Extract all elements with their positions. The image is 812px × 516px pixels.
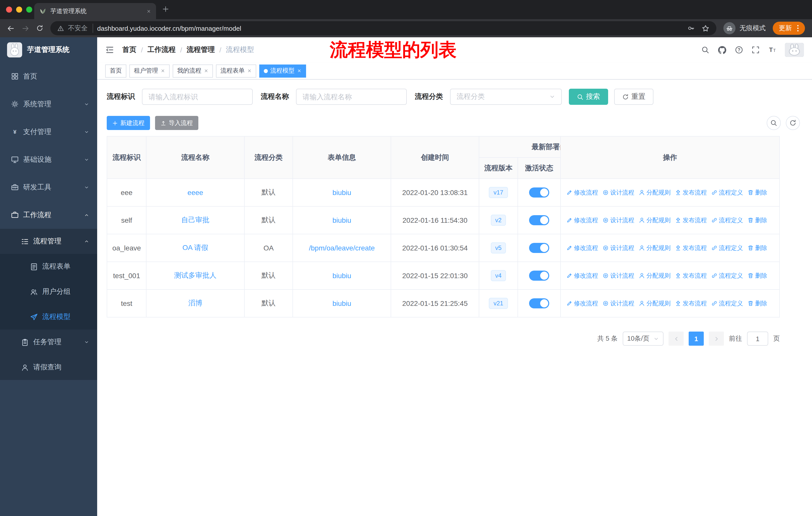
process-name-link[interactable]: eeee (187, 188, 203, 196)
window-zoom-button[interactable] (26, 6, 32, 12)
form-info-link[interactable]: biubiu (332, 188, 351, 196)
active-toggle[interactable] (529, 298, 549, 308)
window-minimize-button[interactable] (16, 6, 22, 12)
op-delete-link[interactable]: 删除 (748, 188, 767, 197)
page-size-select[interactable]: 10条/页 (623, 332, 664, 346)
op-publish-link[interactable]: 发布流程 (675, 299, 707, 308)
active-toggle[interactable] (529, 215, 549, 225)
font-size-icon[interactable]: TT (768, 46, 776, 54)
process-name-link[interactable]: 测试多审批人 (174, 271, 216, 280)
active-toggle[interactable] (529, 187, 549, 197)
process-name-link[interactable]: 自己审批 (181, 216, 209, 225)
process-name-link[interactable]: 滔博 (188, 299, 202, 308)
browser-update-button[interactable]: 更新 (773, 22, 805, 35)
import-process-button[interactable]: 导入流程 (155, 116, 198, 130)
op-delete-link[interactable]: 删除 (748, 216, 767, 224)
reload-icon[interactable] (36, 25, 43, 32)
sidebar-item-user-group[interactable]: 用户分组 (0, 279, 97, 304)
op-assign-link[interactable]: 分配规则 (639, 244, 671, 252)
prev-page-button[interactable] (669, 332, 684, 346)
sidebar-item-payment-mgmt[interactable]: ¥支付管理 (0, 118, 97, 146)
filter-category-select[interactable]: 流程分类 (450, 89, 562, 105)
op-assign-link[interactable]: 分配规则 (639, 299, 671, 308)
sidebar-fold-icon[interactable] (105, 45, 114, 54)
op-publish-link[interactable]: 发布流程 (675, 216, 707, 224)
sidebar-item-process-mgmt[interactable]: 流程管理 (0, 229, 97, 254)
github-icon[interactable] (718, 46, 726, 54)
op-design-link[interactable]: 设计流程 (603, 271, 634, 280)
op-delete-link[interactable]: 删除 (748, 299, 767, 308)
new-tab-button[interactable] (162, 5, 169, 12)
breadcrumb-item[interactable]: 工作流程 (147, 45, 176, 54)
sidebar-item-workflow[interactable]: 工作流程 (0, 201, 97, 229)
op-assign-link[interactable]: 分配规则 (639, 188, 671, 197)
op-edit-link[interactable]: 修改流程 (566, 188, 598, 197)
tag-close-icon[interactable] (204, 69, 208, 73)
form-info-link[interactable]: /bpm/oa/leave/create (309, 244, 375, 252)
refresh-table-button[interactable] (786, 116, 800, 130)
op-definition-link[interactable]: 流程定义 (711, 299, 743, 308)
tag-close-icon[interactable] (161, 69, 165, 73)
op-assign-link[interactable]: 分配规则 (639, 216, 671, 224)
sidebar-item-system-mgmt[interactable]: 系统管理 (0, 90, 97, 118)
op-delete-link[interactable]: 删除 (748, 244, 767, 252)
tag-process-model[interactable]: 流程模型 (259, 64, 306, 77)
window-close-button[interactable] (6, 6, 12, 12)
sidebar-logo[interactable]: 芋道管理系统 (0, 37, 97, 62)
reset-button[interactable]: 重置 (614, 89, 654, 105)
tag-close-icon[interactable] (247, 69, 252, 73)
tag-process-form[interactable]: 流程表单 (216, 64, 256, 77)
search-button[interactable]: 搜索 (569, 89, 608, 105)
process-name-link[interactable]: OA 请假 (182, 243, 208, 252)
sidebar-item-infrastructure[interactable]: 基础设施 (0, 146, 97, 173)
active-toggle[interactable] (529, 271, 549, 281)
sidebar-item-process-form[interactable]: 流程表单 (0, 254, 97, 279)
bookmark-star-icon[interactable] (702, 24, 709, 32)
browser-menu-icon[interactable] (794, 24, 802, 32)
op-edit-link[interactable]: 修改流程 (566, 244, 598, 252)
fullscreen-icon[interactable] (752, 46, 760, 54)
op-design-link[interactable]: 设计流程 (603, 299, 634, 308)
create-process-button[interactable]: 新建流程 (107, 116, 150, 130)
op-definition-link[interactable]: 流程定义 (711, 188, 743, 197)
op-definition-link[interactable]: 流程定义 (711, 271, 743, 280)
op-definition-link[interactable]: 流程定义 (711, 244, 743, 252)
not-secure-icon[interactable] (57, 25, 64, 31)
address-bar[interactable]: 不安全 dashboard.yudao.iocoder.cn/bpm/manag… (50, 21, 716, 35)
tag-close-icon[interactable] (297, 69, 301, 73)
op-publish-link[interactable]: 发布流程 (675, 271, 707, 280)
active-toggle[interactable] (529, 243, 549, 253)
form-info-link[interactable]: biubiu (332, 299, 351, 307)
page-1-button[interactable]: 1 (689, 332, 704, 346)
op-edit-link[interactable]: 修改流程 (566, 299, 598, 308)
op-edit-link[interactable]: 修改流程 (566, 271, 598, 280)
help-icon[interactable]: ? (735, 46, 743, 54)
tab-close-icon[interactable] (146, 9, 151, 13)
tag-home[interactable]: 首页 (105, 64, 126, 77)
forward-icon[interactable] (22, 24, 29, 32)
tag-my-process[interactable]: 我的流程 (173, 64, 213, 77)
sidebar-item-dev-tools[interactable]: 研发工具 (0, 173, 97, 201)
op-design-link[interactable]: 设计流程 (603, 244, 634, 252)
next-page-button[interactable] (709, 332, 724, 346)
op-publish-link[interactable]: 发布流程 (675, 244, 707, 252)
user-avatar[interactable] (785, 43, 804, 57)
sidebar-item-task-mgmt[interactable]: 任务管理 (0, 330, 97, 355)
op-delete-link[interactable]: 删除 (748, 271, 767, 280)
breadcrumb-item[interactable]: 流程管理 (187, 45, 215, 54)
breadcrumb-item[interactable]: 首页 (122, 45, 137, 54)
key-icon[interactable] (688, 24, 695, 32)
sidebar-item-home[interactable]: 首页 (0, 62, 97, 90)
sidebar-item-leave-query[interactable]: 请假查询 (0, 355, 97, 380)
search-icon[interactable] (701, 46, 709, 54)
op-edit-link[interactable]: 修改流程 (566, 216, 598, 224)
toggle-search-button[interactable] (767, 116, 781, 130)
tag-tenant-mgmt[interactable]: 租户管理 (129, 64, 170, 77)
op-design-link[interactable]: 设计流程 (603, 216, 634, 224)
form-info-link[interactable]: biubiu (332, 272, 351, 280)
back-icon[interactable] (7, 24, 14, 32)
op-publish-link[interactable]: 发布流程 (675, 188, 707, 197)
goto-page-input[interactable] (747, 332, 768, 346)
op-definition-link[interactable]: 流程定义 (711, 216, 743, 224)
browser-tab[interactable]: 芋道管理系统 (34, 3, 156, 19)
